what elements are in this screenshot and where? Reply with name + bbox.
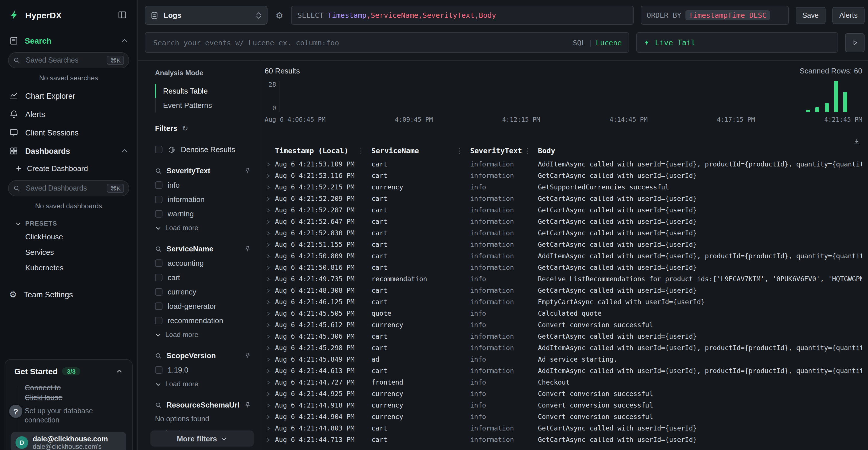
histogram-bar[interactable] (825, 103, 829, 112)
checkbox[interactable] (155, 288, 162, 296)
pin-icon[interactable] (244, 167, 251, 174)
event-search-field[interactable] (152, 38, 568, 47)
create-dashboard-button[interactable]: Create Dashboard (0, 160, 137, 177)
checkbox[interactable] (155, 259, 162, 267)
log-row[interactable]: Aug 6 4:21:44.925 PMcurrencyinfoConvert … (265, 388, 862, 399)
log-row[interactable]: Aug 6 4:21:45.505 PMquoteinfoCalculated … (265, 308, 862, 319)
chevron-up-icon[interactable] (121, 37, 128, 44)
filter-option-information[interactable]: information (155, 195, 255, 204)
log-row[interactable]: Aug 6 4:21:44.613 PMcartinformationAddIt… (265, 365, 862, 377)
expand-row-icon[interactable] (265, 357, 275, 362)
log-row[interactable]: Aug 6 4:21:44.904 PMcurrencyinfoConvert … (265, 411, 862, 422)
log-row[interactable]: Aug 6 4:21:46.125 PMcartinformationEmpty… (265, 296, 862, 308)
histogram-bar[interactable] (815, 108, 819, 112)
expand-row-icon[interactable] (265, 185, 275, 190)
filter-option-info[interactable]: info (155, 181, 255, 189)
column-header-severitytext[interactable]: SeverityText⋮ (470, 147, 538, 155)
pin-icon[interactable] (244, 245, 251, 253)
log-row[interactable]: Aug 6 4:21:44.803 PMcartinformationGetCa… (265, 422, 862, 434)
filter-option-accounting[interactable]: accounting (155, 259, 255, 267)
expand-row-icon[interactable] (265, 311, 275, 316)
source-settings-button[interactable]: ⚙ (274, 10, 284, 21)
log-row[interactable]: Aug 6 4:21:52.647 PMcartinformationGetCa… (265, 216, 862, 227)
query-language-toggle[interactable]: SQL|Lucene (572, 38, 622, 47)
column-resize-handle[interactable]: ⋮ (456, 147, 463, 155)
sidebar-item-team-settings[interactable]: ⚙ Team Settings (0, 285, 137, 304)
account-row[interactable]: D dale@clickhouse.com dale@clickhouse.co… (11, 431, 126, 450)
log-row[interactable]: Aug 6 4:21:52.830 PMcartinformationGetCa… (265, 227, 862, 239)
expand-row-icon[interactable] (265, 162, 275, 167)
expand-row-icon[interactable] (265, 242, 275, 247)
column-resize-handle[interactable]: ⋮ (358, 147, 365, 155)
load-more-button[interactable]: Load more (155, 380, 255, 388)
expand-row-icon[interactable] (265, 253, 275, 259)
log-row[interactable]: Aug 6 4:21:52.287 PMcartinformationGetCa… (265, 204, 862, 216)
checkbox[interactable] (155, 317, 162, 324)
expand-row-icon[interactable] (265, 414, 275, 419)
log-row[interactable]: Aug 6 4:21:50.816 PMcartinformationGetCa… (265, 262, 862, 273)
expand-row-icon[interactable] (265, 219, 275, 224)
lucene-mode-option[interactable]: Lucene (596, 38, 622, 47)
histogram-plot[interactable] (280, 81, 862, 112)
mode-results-table[interactable]: Results Table (155, 84, 255, 98)
column-header-body[interactable]: Body (538, 147, 862, 155)
log-row[interactable]: Aug 6 4:21:53.109 PMcartinformationAddIt… (265, 158, 862, 170)
log-row[interactable]: Aug 6 4:21:44.713 PMcartinformationGetCa… (265, 434, 862, 445)
saved-searches-input[interactable]: ⌘K (8, 52, 129, 68)
preset-item-kubernetes[interactable]: Kubernetes (0, 260, 137, 276)
saved-dashboards-field[interactable] (25, 184, 102, 193)
chevron-up-icon[interactable] (121, 148, 128, 154)
histogram-bar[interactable] (806, 109, 810, 112)
expand-row-icon[interactable] (265, 426, 275, 431)
expand-row-icon[interactable] (265, 334, 275, 339)
expand-row-icon[interactable] (265, 322, 275, 327)
live-tail-button[interactable]: Live Tail (636, 32, 838, 53)
checkbox[interactable] (155, 181, 162, 189)
log-row[interactable]: Aug 6 4:21:48.308 PMcartinformationGetCa… (265, 285, 862, 296)
column-header-timestamp[interactable]: Timestamp (Local)⋮ (275, 147, 371, 155)
log-row[interactable]: Aug 6 4:21:45.849 PMadinfoAd service sta… (265, 354, 862, 365)
expand-row-icon[interactable] (265, 380, 275, 385)
saved-searches-field[interactable] (25, 56, 102, 65)
expand-row-icon[interactable] (265, 288, 275, 293)
expand-row-icon[interactable] (265, 368, 275, 374)
log-row[interactable]: Aug 6 4:21:44.918 PMcurrencyinfoConvert … (265, 399, 862, 411)
download-results-button[interactable] (852, 137, 861, 146)
pin-icon[interactable] (244, 352, 251, 359)
expand-row-icon[interactable] (265, 265, 275, 270)
pin-icon[interactable] (244, 401, 251, 409)
checkbox[interactable] (155, 274, 162, 281)
log-row[interactable]: Aug 6 4:21:45.298 PMcartinformationAddIt… (265, 342, 862, 354)
checkbox[interactable] (155, 196, 162, 203)
saved-dashboards-input[interactable]: ⌘K (8, 180, 129, 196)
help-button[interactable]: ? (8, 404, 24, 419)
checkbox[interactable] (155, 302, 162, 310)
expand-row-icon[interactable] (265, 207, 275, 213)
filter-option-recommendation[interactable]: recommendation (155, 316, 255, 325)
get-started-header[interactable]: Get Started 3/3 (5, 360, 132, 381)
expand-row-icon[interactable] (265, 196, 275, 201)
order-by-input[interactable]: ORDER BY TimestampTime DESC (640, 6, 788, 25)
expand-row-icon[interactable] (265, 391, 275, 396)
alerts-button[interactable]: Alerts (832, 7, 865, 24)
filter-option-load-generator[interactable]: load-generator (155, 302, 255, 311)
histogram-bar[interactable] (844, 92, 848, 112)
column-header-servicename[interactable]: ServiceName⋮ (371, 147, 470, 155)
expand-row-icon[interactable] (265, 403, 275, 408)
select-columns-input[interactable]: SELECTTimestamp,ServiceName,SeverityText… (291, 6, 633, 25)
filter-option-cart[interactable]: cart (155, 273, 255, 282)
filter-option-warning[interactable]: warning (155, 210, 255, 218)
save-button[interactable]: Save (795, 7, 826, 24)
mode-event-patterns[interactable]: Event Patterns (155, 98, 255, 112)
expand-row-icon[interactable] (265, 277, 275, 282)
sidebar-item-client-sessions[interactable]: Client Sessions (0, 123, 137, 142)
expand-row-icon[interactable] (265, 345, 275, 350)
preset-item-clickhouse[interactable]: ClickHouse (0, 229, 137, 245)
denoise-results-option[interactable]: Denoise Results (155, 145, 255, 154)
sidebar-section-search[interactable]: Search (0, 31, 137, 49)
run-query-button[interactable] (845, 33, 865, 52)
checkbox[interactable] (155, 366, 162, 374)
source-select[interactable]: Logs (145, 6, 268, 25)
filter-option-currency[interactable]: currency (155, 288, 255, 296)
log-row[interactable]: Aug 6 4:21:52.209 PMcartinformationGetCa… (265, 193, 862, 204)
